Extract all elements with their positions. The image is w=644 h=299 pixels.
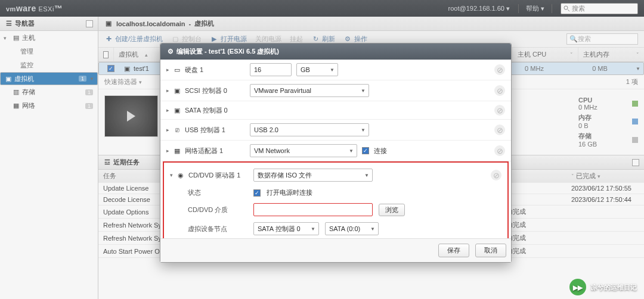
hw-scsi-row[interactable]: ▸▣SCSI 控制器 0 VMware Paravirtual ⊘	[160, 80, 511, 101]
cd-media-row: CD/DVD 介质 浏览	[164, 200, 507, 219]
cd-type-select[interactable]: 数据存储 ISO 文件	[253, 169, 373, 182]
disk-unit-select[interactable]: GB	[296, 63, 338, 76]
remove-icon[interactable]: ⊘	[494, 145, 505, 156]
dialog-title: ⚙ 编辑设置 - test'1 (ESXi 6.5 虚拟机)	[160, 43, 511, 60]
remove-icon[interactable]: ⊘	[494, 105, 505, 116]
remove-icon[interactable]: ⊘	[494, 85, 505, 96]
cd-media-label: CD/DVD 介质	[188, 205, 247, 214]
usb-type-select[interactable]: USB 2.0	[250, 123, 369, 136]
cd-state-label: 状态	[188, 188, 247, 197]
cd-state-row: 状态 打开电源时连接	[164, 185, 507, 200]
hw-sata-row[interactable]: ▸▣SATA 控制器 0 ⊘	[160, 101, 511, 120]
net-connect-checkbox[interactable]	[362, 147, 369, 154]
remove-icon[interactable]: ⊘	[494, 124, 505, 135]
cd-port-select[interactable]: SATA (0:0)	[325, 222, 379, 235]
controller-icon: ▣	[173, 106, 181, 114]
hw-net-label: 网络适配器 1	[185, 147, 223, 155]
remove-icon[interactable]: ⊘	[491, 170, 501, 180]
cd-controller-select[interactable]: SATA 控制器 0	[253, 222, 319, 235]
hw-usb-row[interactable]: ▸⎚USB 控制器 1 USB 2.0 ⊘	[160, 120, 511, 141]
network-select[interactable]: VM Network	[250, 144, 357, 157]
disk-size-input[interactable]: 16	[250, 63, 292, 76]
controller-icon: ▣	[173, 86, 181, 95]
cd-node-row: 虚拟设备节点 SATA 控制器 0 SATA (0:0)	[164, 219, 507, 238]
watermark: 凉兮的运维日记	[569, 279, 637, 295]
watermark-text: 凉兮的运维日记	[591, 283, 637, 292]
hw-sata-label: SATA 控制器 0	[185, 106, 228, 115]
highlighted-section: ▾◉CD/DVD 驱动器 1 数据存储 ISO 文件 ⊘ 状态 打开电源时连接 …	[163, 161, 509, 238]
nic-icon: ▦	[173, 147, 181, 155]
hw-disk-label: 硬盘 1	[185, 66, 203, 74]
usb-icon: ⎚	[173, 126, 181, 134]
disk-icon: ▭	[173, 66, 181, 74]
hw-scsi-label: SCSI 控制器 0	[185, 86, 227, 95]
cd-media-input[interactable]	[253, 203, 373, 216]
wechat-icon	[569, 279, 586, 295]
hw-network-row[interactable]: ▸▦网络适配器 1 VM Network连接 ⊘	[160, 141, 511, 161]
hw-disk-row[interactable]: ▸▭硬盘 1 16GB ⊘	[160, 60, 511, 80]
cd-connect-checkbox[interactable]	[253, 189, 261, 197]
browse-button[interactable]: 浏览	[379, 204, 405, 216]
dialog-title-text: 编辑设置 - test'1 (ESXi 6.5 虚拟机)	[177, 48, 279, 55]
hw-cdrom-row[interactable]: ▾◉CD/DVD 驱动器 1 数据存储 ISO 文件 ⊘	[164, 165, 507, 185]
scsi-type-select[interactable]: VMware Paravirtual	[250, 84, 369, 97]
cd-node-label: 虚拟设备节点	[188, 225, 247, 233]
cd-state-value: 打开电源时连接	[267, 188, 312, 197]
net-connect-label: 连接	[374, 147, 387, 155]
save-button[interactable]: 保存	[438, 244, 469, 257]
gear-icon: ⚙	[166, 48, 175, 56]
cancel-button[interactable]: 取消	[475, 244, 506, 257]
hw-cd-label: CD/DVD 驱动器 1	[188, 171, 240, 180]
remove-icon[interactable]: ⊘	[494, 64, 505, 75]
cdrom-icon: ◉	[177, 171, 185, 179]
hw-usb-label: USB 控制器 1	[185, 126, 225, 135]
edit-settings-dialog: ⚙ 编辑设置 - test'1 (ESXi 6.5 虚拟机) ▸▭硬盘 1 16…	[160, 43, 512, 263]
